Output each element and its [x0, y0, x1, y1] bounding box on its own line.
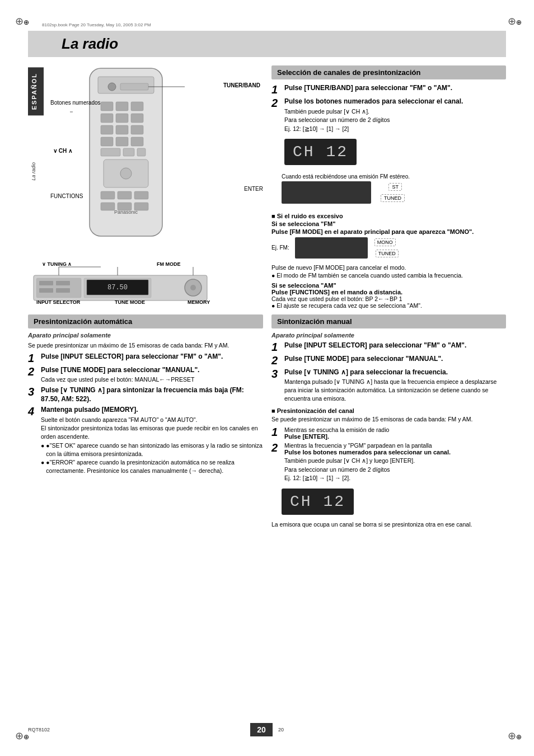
- page-header: La radio: [28, 31, 506, 57]
- corner-mark-br: ⊕: [508, 730, 519, 741]
- svg-point-34: [190, 285, 196, 290]
- svg-rect-8: [131, 114, 143, 123]
- left-column: Panasonic: [28, 65, 263, 529]
- page-title: La radio: [62, 35, 495, 53]
- preset-auto-step1: 1 Pulse [INPUT SELECTOR] para selecciona…: [28, 353, 263, 364]
- svg-rect-24: [118, 203, 132, 210]
- corner-mark-tl: ⊕: [15, 15, 26, 26]
- svg-point-19: [120, 168, 132, 179]
- preset-auto-step2: 2 Pulse [TUNE MODE] para seleccionar "MA…: [28, 366, 263, 384]
- seleccion-step1: 1 Pulse [TUNER/BAND] para seleccionar "F…: [271, 84, 506, 95]
- svg-rect-11: [131, 125, 143, 134]
- label-botones: Botones numerados: [50, 99, 101, 118]
- presinton-canal-title: ■ Presintonización del canal: [271, 407, 506, 414]
- stereo-caption: Cuando está recibiéndose una emisión FM …: [282, 173, 506, 180]
- preset-auto-step4: 4 Mantenga pulsado [MEMORY]. Suelte el b…: [28, 406, 263, 475]
- page-footer: RQT8102 20 20: [28, 723, 506, 736]
- page-number-box: 20: [250, 723, 273, 736]
- svg-rect-20: [101, 191, 115, 199]
- am-select-title: Si se selecciona "AM": [271, 282, 506, 289]
- badge-tuned: TUNED: [381, 194, 405, 202]
- badge-tuned2: TUNED: [376, 250, 399, 257]
- svg-rect-14: [131, 137, 143, 146]
- noise-title: ■ Si el ruido es excesivo: [271, 213, 506, 219]
- label-ch: ∨ CH ∧: [53, 148, 72, 154]
- badge-mono: MONO: [374, 238, 396, 246]
- svg-rect-6: [101, 114, 113, 123]
- display-fm-mono: [295, 237, 368, 259]
- sinton-step2: 2 Pulse [TUNE MODE] para seleccionar "MA…: [271, 355, 506, 366]
- remote-control-svg: Panasonic: [73, 65, 185, 245]
- presinton-canal-intro: Se puede presintonizar un máximo de 15 e…: [271, 415, 506, 424]
- svg-rect-13: [116, 137, 128, 146]
- svg-rect-27: [120, 83, 148, 90]
- canal-footer: La emisora que ocupa un canal se borra s…: [271, 520, 506, 529]
- label-functions: FUNCTIONS: [50, 193, 83, 199]
- display-ch12-main: CH 12: [284, 139, 357, 165]
- seleccion-header: Selección de canales de presintonización: [271, 65, 506, 79]
- display-stereo: ST TUNED: [282, 181, 371, 204]
- corner-mark-bl: ⊕: [15, 730, 26, 741]
- label-enter: ENTER: [244, 186, 263, 192]
- svg-text:87.50: 87.50: [107, 284, 128, 292]
- svg-rect-40: [56, 288, 70, 293]
- ej-fm-label: Ej. FM:: [271, 245, 289, 251]
- svg-rect-12: [101, 137, 113, 146]
- sinton-subtitle: Aparato principal solamente: [271, 332, 354, 339]
- sinton-step3: 3 Pulse [∨ TUNING ∧] para seleccionar la…: [271, 368, 506, 403]
- svg-rect-39: [39, 288, 53, 293]
- preset-auto-subtitle: Aparato principal solamente: [28, 332, 111, 339]
- label-memory: MEMORY: [188, 299, 210, 305]
- preset-auto-step3: 3 Pulse [∨ TUNING ∧] para sintonizar la …: [28, 386, 263, 403]
- badge-st: ST: [388, 183, 402, 191]
- preset-auto-intro: Se puede presintonizar un máximo de 15 e…: [28, 341, 263, 350]
- svg-rect-17: [137, 148, 146, 156]
- svg-rect-38: [56, 281, 70, 285]
- svg-rect-4: [116, 102, 128, 111]
- label-tuning: ∨ TUNING ∧: [42, 261, 72, 267]
- svg-rect-5: [131, 102, 143, 111]
- svg-rect-37: [39, 281, 53, 285]
- svg-rect-16: [123, 148, 134, 156]
- sintonizacion-header: Sintonización manual: [271, 314, 506, 328]
- display-ch12-bottom: CH 12: [282, 489, 354, 515]
- svg-rect-7: [116, 114, 128, 123]
- svg-rect-23: [101, 203, 115, 210]
- label-tune-mode: TUNE MODE: [115, 299, 145, 305]
- svg-rect-3: [101, 102, 113, 111]
- canal-step2: 2 Mientras la frecuencia y "PGM" parpade…: [271, 442, 506, 483]
- svg-rect-15: [101, 148, 120, 156]
- device-diagram: 87.50 ∨ TUNING ∧ FM MODE INPUT SELECTOR …: [28, 261, 263, 309]
- svg-rect-25: [134, 203, 148, 210]
- fm-cancel-body: Pulse de nuevo [FM MODE] para cancelar e…: [271, 264, 506, 271]
- label-input-selector: INPUT SELECTOR: [36, 299, 80, 305]
- svg-rect-22: [134, 191, 148, 199]
- corner-mark-tr: ⊕: [508, 15, 519, 26]
- sinton-step1: 1 Pulse [INPUT SELECTOR] para selecciona…: [271, 341, 506, 353]
- fm-action: Pulse [FM MODE] en el aparato principal …: [271, 228, 506, 235]
- section-preset-auto-header: Presintonización automática: [28, 314, 263, 328]
- side-tab-espanol: ESPAÑOL: [28, 67, 44, 115]
- right-column: Selección de canales de presintonización…: [271, 65, 506, 529]
- fm-select-title: Si se selecciona "FM": [271, 220, 506, 227]
- canal-step1: 1 Mientras se escucha la emisión de radi…: [271, 426, 506, 440]
- am-bullet: ●El ajuste se recupera cada vez que se s…: [271, 302, 506, 309]
- file-info: 8102sp.book Page 20 Tuesday, May 10, 200…: [42, 22, 151, 27]
- label-fm-mode: FM MODE: [157, 261, 181, 267]
- side-label-radio: La radio: [31, 162, 36, 181]
- svg-rect-10: [116, 125, 128, 134]
- svg-point-26: [108, 83, 116, 91]
- seleccion-step2: 2 Pulse los botones numerados para selec…: [271, 97, 506, 171]
- svg-rect-21: [118, 191, 132, 199]
- am-note: Cada vez que usted pulse el botón: BP 2←…: [271, 295, 506, 302]
- svg-rect-9: [101, 125, 113, 134]
- fm-bullet1: ●El modo de FM también se cancela cuando…: [271, 272, 506, 279]
- label-tuner-band: TUNER/BAND: [223, 82, 260, 88]
- model-code: RQT8102: [28, 727, 50, 732]
- am-action: Pulse [FUNCTIONS] en el mando a distanci…: [271, 289, 506, 295]
- page-number-plain: 20: [278, 727, 284, 732]
